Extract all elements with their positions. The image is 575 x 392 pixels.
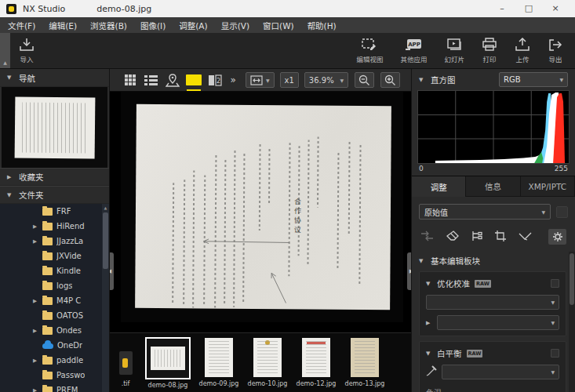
right-panel-collapse-handle[interactable]: ▶ [407,252,411,290]
grid-view-button[interactable] [121,71,140,89]
folder-item-oatos[interactable]: OATOS [0,308,109,323]
menu-browser[interactable]: 浏览器(B) [90,20,127,31]
expander-icon[interactable] [31,298,38,304]
expander-icon[interactable] [31,358,38,364]
menu-edit[interactable]: 编辑(E) [49,20,77,31]
white-balance-dropdown[interactable]: ▼ [442,365,559,379]
right-panel-scrollbar[interactable] [569,252,575,392]
folder-item-prfm[interactable]: PRFM [0,383,109,392]
copy-adjustments-icon[interactable] [420,230,434,245]
folder-item-paddle[interactable]: paddle [0,353,109,368]
map-view-button[interactable] [163,71,182,89]
folder-item-ondes[interactable]: Ondes [0,323,109,338]
folder-item-frf[interactable]: FRF [0,204,109,219]
expander-icon[interactable] [31,238,38,245]
folder-item-m4p[interactable]: M4P C [0,293,109,308]
straighten-icon[interactable] [519,230,532,245]
tab-info[interactable]: 信息 [466,176,520,197]
zoom-in-button[interactable] [380,72,400,88]
menu-file[interactable]: 文件(F) [8,20,35,31]
folder-item-jjazzla[interactable]: JJazzLa [0,234,109,249]
picture-control-header[interactable]: ▼ 优化校准 RAW [426,278,559,289]
folder-item-onedrive[interactable]: OneDr [0,338,109,353]
export-button[interactable]: 导出 [539,33,572,68]
menu-image[interactable]: 图像(I) [140,20,166,31]
histogram-range-labels: 0 255 [412,164,575,176]
scrollbar-thumb[interactable] [103,212,108,269]
histogram-channel-dropdown[interactable]: RGB ▼ [499,72,568,87]
white-balance-checkbox[interactable] [551,349,559,358]
folder-item-password[interactable]: Passwo [0,368,109,383]
maximize-button[interactable]: □ [515,1,542,16]
folder-item-hirend[interactable]: HiRend [0,219,109,234]
collapse-right-icon[interactable]: ▶ [426,320,432,326]
import-button[interactable]: 导入 [10,33,43,68]
image-view-button[interactable] [184,71,203,89]
folder-tree-scrollbar[interactable]: ▲ [102,204,109,392]
expander-icon[interactable] [31,387,38,392]
zoom-out-button[interactable] [355,72,374,88]
minimize-button[interactable]: – [489,1,515,16]
zoom-percent-dropdown[interactable]: 36.9% ▼ [304,72,348,88]
eraser-icon[interactable] [446,230,459,245]
chevron-down-icon: ▼ [551,320,555,325]
basic-edit-section-header[interactable]: ▼ 基本编辑板块 [412,252,575,270]
slideshow-button[interactable]: 幻灯片 [435,33,473,68]
expander-icon[interactable] [31,223,38,230]
folder-item-jxvide[interactable]: JXVide [0,249,109,263]
filmstrip-item-tif[interactable]: .tif [114,337,137,387]
folder-icon [42,267,53,275]
folder-item-logs[interactable]: logs [0,278,109,293]
print-button[interactable]: 打印 [473,33,506,68]
white-balance-header[interactable]: ▼ 白平衡 RAW [426,347,559,359]
split-view-button[interactable]: 2 [206,71,224,89]
scrollbar-thumb[interactable] [570,253,574,305]
menu-view[interactable]: 显示(V) [221,20,249,31]
fit-mode-dropdown[interactable]: ▼ [246,72,275,88]
settings-button[interactable] [548,229,566,245]
version-history-icon[interactable] [471,230,483,245]
panel-tabs: 调整 信息 XMP/IPTC [412,176,575,197]
crop-icon[interactable] [495,230,507,245]
preset-dropdown[interactable]: 原始值 ▼ [419,204,551,220]
folder-item-kindle[interactable]: Kindle [0,263,109,278]
toolbar-collapse-strip[interactable]: ▲ [0,33,10,68]
tab-adjustments[interactable]: 调整 [412,176,466,197]
list-view-button[interactable] [142,71,161,89]
picture-control-sub-dropdown[interactable]: ▼ [437,315,559,330]
image-canvas[interactable]: 合作协议 ◀ ▶ [110,92,411,332]
folders-header[interactable]: ▼ 文件夹 [0,186,109,204]
menu-window[interactable]: 窗口(W) [263,20,294,31]
picture-control-checkbox[interactable] [551,279,559,288]
scroll-up-icon[interactable]: ▲ [102,204,109,212]
other-apps-button[interactable]: APP 其他应用 [391,33,435,68]
filmstrip-item-demo-13[interactable]: demo-13.jpg [344,337,385,387]
scale-1x-button[interactable]: x1 [280,72,299,88]
eyedropper-icon[interactable] [426,365,437,379]
upload-button[interactable]: 上传 [506,33,539,68]
navigation-preview[interactable] [2,87,107,168]
more-tools-button[interactable]: » [227,74,240,85]
edit-view-button[interactable]: 编辑视图 [348,33,391,68]
folder-icon [42,327,53,335]
folder-icon [42,282,53,290]
tab-xmp-iptc[interactable]: XMP/IPTC [521,176,575,197]
thumbnail-image [253,338,282,377]
collapse-down-icon: ▼ [419,77,425,83]
menu-help[interactable]: 帮助(H) [308,20,337,31]
gear-icon [552,231,563,242]
menu-adjust[interactable]: 调整(A) [179,20,207,31]
histogram-header[interactable]: ▼ 直方图 RGB ▼ [412,69,575,90]
sidebar-collapse-handle[interactable]: ◀ [110,252,114,290]
close-button[interactable]: × [542,1,569,16]
filmstrip-item-demo-08[interactable]: demo-08.jpg [145,337,191,389]
document-title: demo-08.jpg [96,4,482,14]
filmstrip-item-demo-09[interactable]: demo-09.jpg [198,337,239,387]
filmstrip-item-demo-12[interactable]: demo-12.jpg [296,337,337,387]
favorites-header[interactable]: ▶ 收藏夹 [0,168,109,186]
picture-control-dropdown[interactable]: ▼ [426,295,559,310]
save-preset-button[interactable] [556,206,568,218]
filmstrip-item-demo-10[interactable]: demo-10.jpg [247,337,288,387]
expander-icon[interactable] [31,328,38,334]
navigation-header[interactable]: ▼ 导航 [0,69,109,87]
